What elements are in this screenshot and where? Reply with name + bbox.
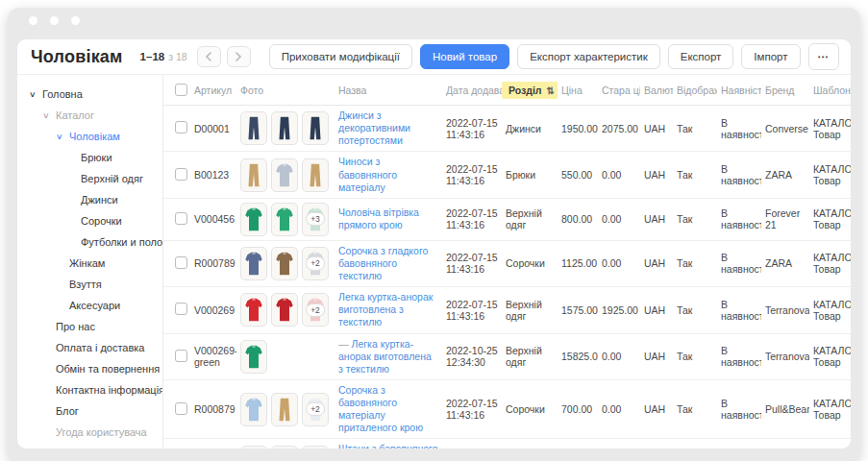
col-old-price[interactable]: Стара ціна: [598, 75, 640, 106]
col-article[interactable]: Артикул: [190, 75, 236, 106]
sidebar-item[interactable]: Сорочки: [17, 210, 162, 231]
page-header: Чоловікам 1–18 з 18 Приховати модифікаці…: [17, 39, 851, 75]
sidebar-item[interactable]: ∨Чоловікам: [17, 126, 162, 147]
product-photo-thumbnail[interactable]: [302, 111, 329, 145]
product-name-link[interactable]: Штани з бавовняного матеріалу прямого кр…: [338, 443, 438, 449]
product-photo-thumbnail[interactable]: [271, 293, 298, 327]
product-name-link[interactable]: Чиноси з бавовняного матеріалу: [338, 156, 397, 192]
product-photo-thumbnail[interactable]: [240, 247, 267, 280]
more-photos-thumbnail[interactable]: +2: [302, 247, 329, 280]
row-checkbox[interactable]: [175, 168, 187, 181]
products-table-wrap: Артикул Фото Назва Дата додавання Розділ…: [163, 75, 851, 449]
chevron-down-icon[interactable]: ∨: [29, 90, 37, 99]
product-name-link[interactable]: Сорочка з гладкого бавовняного текстилю: [338, 245, 428, 281]
row-checkbox[interactable]: [175, 212, 187, 225]
row-checkbox[interactable]: [175, 303, 187, 315]
col-photo[interactable]: Фото: [236, 75, 335, 106]
col-availability[interactable]: Наявність: [717, 75, 761, 106]
product-name-link[interactable]: Джинси з декоративними потертостями: [338, 109, 410, 146]
sort-icon[interactable]: ⇅: [547, 85, 555, 96]
cell-name: Штани з бавовняного матеріалу прямого кр…: [335, 439, 442, 449]
more-photos-thumbnail[interactable]: +2: [302, 293, 329, 327]
product-photo-thumbnail[interactable]: [240, 158, 267, 192]
product-photo-thumbnail[interactable]: [240, 111, 267, 145]
col-price[interactable]: Ціна: [558, 75, 598, 106]
product-photo-thumbnail[interactable]: [240, 446, 267, 449]
sidebar-item[interactable]: Про нас: [17, 316, 162, 337]
cell-display: Так: [673, 240, 717, 286]
traffic-light-minimize[interactable]: [50, 16, 59, 25]
product-photo-thumbnail[interactable]: [271, 203, 298, 236]
select-all-checkbox[interactable]: [175, 84, 187, 96]
col-currency[interactable]: Валюта: [640, 75, 673, 106]
sidebar-item[interactable]: Оплата і доставка: [17, 337, 162, 358]
col-date[interactable]: Дата додавання: [442, 75, 502, 106]
sidebar-item[interactable]: Футболки и поло: [17, 231, 162, 253]
sidebar-item[interactable]: ∨Каталог: [17, 105, 162, 126]
sidebar-item[interactable]: Аксесуари: [17, 295, 162, 316]
col-name[interactable]: Назва: [335, 75, 442, 106]
more-actions-button[interactable]: ⋯: [808, 43, 840, 70]
sidebar-item[interactable]: Джинси: [17, 189, 162, 210]
col-display[interactable]: Відображати: [673, 75, 717, 106]
product-photo-thumbnail[interactable]: [271, 111, 298, 145]
sidebar-item[interactable]: Контактна інформація: [17, 379, 162, 400]
sidebar-item[interactable]: Угода користувача: [17, 422, 162, 443]
more-photos-thumbnail[interactable]: +3: [302, 203, 329, 236]
product-photo-thumbnail[interactable]: [240, 203, 267, 236]
sidebar-item[interactable]: ∨Головна: [17, 84, 162, 105]
product-photo-thumbnail[interactable]: [302, 158, 329, 192]
row-checkbox[interactable]: [175, 256, 187, 269]
product-name-link[interactable]: Чоловіча вітрівка прямого крою: [338, 206, 419, 230]
cell-name: Сорочка з гладкого бавовняного текстилю: [335, 240, 442, 286]
next-page-button[interactable]: [227, 46, 251, 67]
sidebar-item-label: Угода користувача: [56, 426, 147, 438]
col-section[interactable]: Розділ ⇅: [502, 75, 558, 106]
row-checkbox[interactable]: [175, 121, 187, 133]
row-checkbox[interactable]: [175, 402, 187, 415]
row-checkbox[interactable]: [175, 350, 187, 362]
product-photos: [240, 111, 331, 145]
sidebar-item-label: Жінкам: [69, 257, 105, 269]
product-photo-thumbnail[interactable]: [271, 158, 298, 192]
sidebar-tree: ∨Головна∨Каталог∨ЧоловікамБрюкиВерхній о…: [17, 75, 163, 449]
cell-currency: UAH: [640, 333, 673, 379]
import-button[interactable]: Імпорт: [741, 44, 800, 69]
sidebar-item[interactable]: Взуття: [17, 274, 162, 295]
product-name-link[interactable]: Легка куртка-анорак виготовлена з тексти…: [338, 291, 433, 328]
sidebar-item[interactable]: Жінкам: [17, 253, 162, 274]
sidebar-item[interactable]: Брюки: [17, 147, 162, 168]
export-attributes-button[interactable]: Експорт характеристик: [517, 44, 660, 69]
new-product-button[interactable]: Новий товар: [420, 44, 509, 69]
prev-page-button[interactable]: [197, 46, 221, 67]
sidebar-item[interactable]: Блог: [17, 400, 162, 422]
product-photo-thumbnail[interactable]: [271, 247, 298, 280]
product-photo-thumbnail[interactable]: [240, 293, 267, 327]
product-photo-thumbnail[interactable]: [240, 393, 267, 426]
sidebar-item[interactable]: Верхній одяг: [17, 168, 162, 189]
export-button[interactable]: Експорт: [668, 44, 734, 69]
more-photos-thumbnail[interactable]: +2: [302, 393, 329, 426]
sidebar-item[interactable]: Відгуки про магазин: [17, 443, 162, 449]
sidebar-item[interactable]: Обмін та повернення: [17, 358, 162, 379]
more-photos-thumbnail[interactable]: +2: [302, 446, 329, 449]
hide-modifications-button[interactable]: Приховати модифікації: [269, 44, 412, 69]
chevron-down-icon[interactable]: ∨: [56, 133, 63, 141]
product-name-link[interactable]: Сорочка з бавовняного матеріалу притален…: [338, 384, 423, 433]
table-row: R000789 +2 Сорочка з гладкого бавовняног…: [163, 240, 851, 286]
product-name-link[interactable]: Легка куртка-анорак виготовлена з тексти…: [338, 338, 432, 375]
table-row: D00001 Джинси з декоративними потертостя…: [163, 106, 851, 152]
content-card: Чоловікам 1–18 з 18 Приховати модифікаці…: [17, 39, 851, 449]
cell-availability: В наявності: [717, 198, 761, 240]
traffic-light-close[interactable]: [29, 16, 37, 25]
cell-template: КАТАЛОГ: Товар: [809, 106, 851, 152]
col-brand[interactable]: Бренд: [761, 75, 809, 106]
traffic-light-maximize[interactable]: [71, 16, 80, 25]
product-photo-thumbnail[interactable]: [271, 393, 298, 426]
product-photo-thumbnail[interactable]: [271, 446, 298, 449]
sidebar-item-label: Про нас: [56, 321, 95, 332]
chevron-down-icon[interactable]: ∨: [42, 111, 50, 120]
col-template[interactable]: Шаблон: [809, 75, 851, 106]
cell-date: 2022-10-2512:34:30: [442, 333, 502, 379]
product-photo-thumbnail[interactable]: [240, 340, 267, 374]
